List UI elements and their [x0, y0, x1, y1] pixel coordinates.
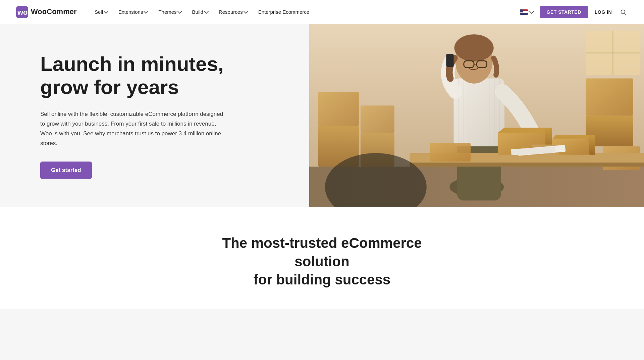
search-button[interactable]: [619, 7, 628, 17]
nav-resources-label: Resources: [219, 9, 243, 15]
hero-section: Launch in minutes, grow for years Sell o…: [0, 24, 644, 207]
svg-rect-37: [410, 163, 644, 167]
hero-description: Sell online with the flexible, customiza…: [40, 109, 228, 148]
svg-point-3: [621, 10, 625, 14]
svg-rect-7: [318, 92, 359, 126]
nav-item-enterprise[interactable]: Enterprise Ecommerce: [254, 6, 314, 17]
trust-title: The most-trusted eCommerce solution for …: [205, 234, 439, 289]
chevron-down-icon: [177, 9, 182, 14]
chevron-down-icon: [204, 9, 209, 14]
hero-cta-button[interactable]: Get started: [40, 162, 92, 179]
chevron-down-icon: [104, 9, 108, 14]
hero-content: Launch in minutes, grow for years Sell o…: [0, 24, 309, 207]
svg-rect-44: [430, 143, 470, 162]
nav-extensions-label: Extensions: [118, 9, 143, 15]
hero-title: Launch in minutes, grow for years: [40, 52, 282, 99]
svg-marker-39: [497, 128, 552, 133]
nav-item-extensions[interactable]: Extensions: [114, 6, 152, 17]
chevron-down-icon: [244, 9, 248, 14]
flag-icon: [520, 9, 528, 15]
svg-text:WooCommerce: WooCommerce: [31, 7, 76, 16]
search-icon: [620, 9, 627, 15]
login-button[interactable]: LOG IN: [595, 9, 612, 15]
navbar-right: GET STARTED LOG IN: [520, 6, 628, 18]
svg-text:woo: woo: [17, 8, 32, 16]
nav-item-resources[interactable]: Resources: [214, 6, 252, 17]
svg-marker-42: [552, 135, 595, 139]
svg-rect-43: [589, 135, 595, 155]
svg-point-31: [454, 34, 493, 61]
nav-item-build[interactable]: Build: [187, 6, 213, 17]
language-selector[interactable]: [520, 9, 533, 15]
hero-scene-svg: [309, 24, 644, 207]
chevron-down-icon: [144, 9, 148, 14]
svg-rect-9: [360, 105, 394, 133]
nav-item-sell[interactable]: Sell: [90, 6, 112, 17]
get-started-button[interactable]: GET STARTED: [540, 6, 588, 18]
trust-section: The most-trusted eCommerce solution for …: [0, 207, 644, 309]
navbar: woo WooCommerce Sell Extensions Themes B…: [0, 0, 644, 24]
nav-enterprise-label: Enterprise Ecommerce: [258, 9, 310, 15]
nav-sell-label: Sell: [95, 9, 103, 15]
chevron-down-icon: [529, 9, 534, 14]
svg-rect-11: [586, 79, 633, 116]
nav-item-themes[interactable]: Themes: [154, 6, 186, 17]
nav-build-label: Build: [192, 9, 203, 15]
hero-image: [309, 24, 644, 207]
nav-themes-label: Themes: [158, 9, 176, 15]
svg-line-4: [625, 13, 626, 15]
main-nav: Sell Extensions Themes Build Resources E…: [90, 6, 520, 17]
logo[interactable]: woo WooCommerce: [16, 5, 76, 19]
svg-rect-35: [446, 54, 453, 67]
